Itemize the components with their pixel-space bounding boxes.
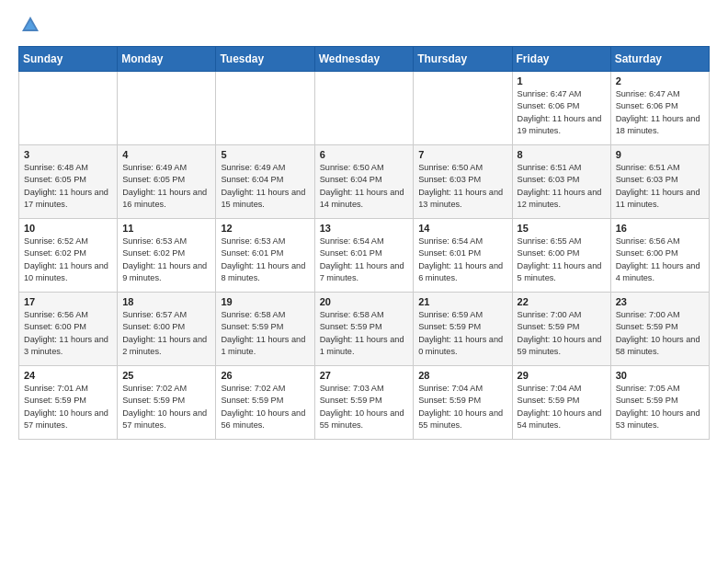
day-cell: 21Sunrise: 6:59 AMSunset: 5:59 PMDayligh… [414,293,512,366]
day-cell [19,72,118,145]
week-row-5: 24Sunrise: 7:01 AMSunset: 5:59 PMDayligh… [19,366,710,440]
day-number: 8 [518,149,606,160]
calendar-body: 1Sunrise: 6:47 AMSunset: 6:06 PMDaylight… [19,72,710,440]
logo-icon [20,15,40,35]
day-info: Sunrise: 6:53 AMSunset: 6:02 PMDaylight:… [122,236,210,284]
day-info: Sunrise: 7:00 AMSunset: 5:59 PMDaylight:… [616,309,704,358]
day-info: Sunrise: 6:55 AMSunset: 6:00 PMDaylight:… [518,236,606,284]
logo [18,15,40,35]
day-cell: 5Sunrise: 6:49 AMSunset: 6:04 PMDaylight… [216,145,314,219]
day-info: Sunrise: 6:50 AMSunset: 6:03 PMDaylight:… [418,162,506,211]
header [18,15,710,35]
day-info: Sunrise: 7:02 AMSunset: 5:59 PMDaylight:… [122,383,210,431]
day-cell: 2Sunrise: 6:47 AMSunset: 6:06 PMDaylight… [610,72,709,145]
day-number: 20 [320,296,409,307]
day-cell [118,72,216,145]
day-number: 15 [518,223,606,234]
day-info: Sunrise: 6:50 AMSunset: 6:04 PMDaylight:… [320,162,409,211]
day-info: Sunrise: 6:54 AMSunset: 6:01 PMDaylight:… [320,236,409,284]
day-info: Sunrise: 6:48 AMSunset: 6:05 PMDaylight:… [24,162,112,211]
day-cell: 9Sunrise: 6:51 AMSunset: 6:03 PMDaylight… [610,145,709,219]
day-info: Sunrise: 6:52 AMSunset: 6:02 PMDaylight:… [24,236,112,284]
weekday-header-sunday: Sunday [19,47,118,72]
day-number: 30 [616,370,704,381]
day-cell: 23Sunrise: 7:00 AMSunset: 5:59 PMDayligh… [610,293,709,366]
day-number: 27 [320,370,409,381]
day-number: 14 [418,223,506,234]
day-number: 10 [24,223,112,234]
day-info: Sunrise: 6:56 AMSunset: 6:00 PMDaylight:… [24,309,112,358]
day-cell: 1Sunrise: 6:47 AMSunset: 6:06 PMDaylight… [512,72,610,145]
day-cell: 20Sunrise: 6:58 AMSunset: 5:59 PMDayligh… [314,293,414,366]
day-cell [314,72,414,145]
day-number: 29 [518,370,606,381]
day-info: Sunrise: 6:58 AMSunset: 5:59 PMDaylight:… [221,309,309,358]
day-number: 26 [221,370,309,381]
day-info: Sunrise: 6:56 AMSunset: 6:00 PMDaylight:… [616,236,704,284]
day-cell: 16Sunrise: 6:56 AMSunset: 6:00 PMDayligh… [610,219,709,293]
day-info: Sunrise: 6:57 AMSunset: 6:00 PMDaylight:… [122,309,210,358]
day-cell [216,72,314,145]
weekday-row: SundayMondayTuesdayWednesdayThursdayFrid… [19,47,710,72]
day-cell [414,72,512,145]
day-info: Sunrise: 6:49 AMSunset: 6:04 PMDaylight:… [221,162,309,211]
weekday-header-tuesday: Tuesday [216,47,314,72]
week-row-2: 3Sunrise: 6:48 AMSunset: 6:05 PMDaylight… [19,145,710,219]
day-number: 7 [418,149,506,160]
day-number: 2 [616,75,704,86]
day-cell: 29Sunrise: 7:04 AMSunset: 5:59 PMDayligh… [512,366,610,440]
day-number: 6 [320,149,409,160]
day-number: 25 [122,370,210,381]
day-info: Sunrise: 7:05 AMSunset: 5:59 PMDaylight:… [616,383,704,431]
page: SundayMondayTuesdayWednesdayThursdayFrid… [0,0,728,454]
weekday-header-thursday: Thursday [414,47,512,72]
day-number: 9 [616,149,704,160]
day-number: 28 [418,370,506,381]
day-number: 12 [221,223,309,234]
day-cell: 19Sunrise: 6:58 AMSunset: 5:59 PMDayligh… [216,293,314,366]
week-row-4: 17Sunrise: 6:56 AMSunset: 6:00 PMDayligh… [19,293,710,366]
day-info: Sunrise: 6:58 AMSunset: 5:59 PMDaylight:… [320,309,409,358]
day-number: 13 [320,223,409,234]
week-row-1: 1Sunrise: 6:47 AMSunset: 6:06 PMDaylight… [19,72,710,145]
day-info: Sunrise: 7:04 AMSunset: 5:59 PMDaylight:… [418,383,506,431]
day-cell: 14Sunrise: 6:54 AMSunset: 6:01 PMDayligh… [414,219,512,293]
day-info: Sunrise: 6:47 AMSunset: 6:06 PMDaylight:… [616,88,704,137]
day-cell: 22Sunrise: 7:00 AMSunset: 5:59 PMDayligh… [512,293,610,366]
calendar-header: SundayMondayTuesdayWednesdayThursdayFrid… [19,47,710,72]
day-cell: 15Sunrise: 6:55 AMSunset: 6:00 PMDayligh… [512,219,610,293]
day-number: 19 [221,296,309,307]
day-cell: 6Sunrise: 6:50 AMSunset: 6:04 PMDaylight… [314,145,414,219]
day-number: 18 [122,296,210,307]
day-number: 21 [418,296,506,307]
week-row-3: 10Sunrise: 6:52 AMSunset: 6:02 PMDayligh… [19,219,710,293]
day-number: 22 [518,296,606,307]
day-number: 16 [616,223,704,234]
day-info: Sunrise: 6:51 AMSunset: 6:03 PMDaylight:… [616,162,704,211]
day-info: Sunrise: 6:53 AMSunset: 6:01 PMDaylight:… [221,236,309,284]
day-number: 4 [122,149,210,160]
day-cell: 30Sunrise: 7:05 AMSunset: 5:59 PMDayligh… [610,366,709,440]
day-cell: 26Sunrise: 7:02 AMSunset: 5:59 PMDayligh… [216,366,314,440]
day-cell: 7Sunrise: 6:50 AMSunset: 6:03 PMDaylight… [414,145,512,219]
day-info: Sunrise: 7:03 AMSunset: 5:59 PMDaylight:… [320,383,409,431]
day-number: 23 [616,296,704,307]
day-number: 1 [518,75,606,86]
day-info: Sunrise: 6:59 AMSunset: 5:59 PMDaylight:… [418,309,506,358]
weekday-header-wednesday: Wednesday [314,47,414,72]
day-info: Sunrise: 7:00 AMSunset: 5:59 PMDaylight:… [518,309,606,358]
day-cell: 17Sunrise: 6:56 AMSunset: 6:00 PMDayligh… [19,293,118,366]
day-info: Sunrise: 7:01 AMSunset: 5:59 PMDaylight:… [24,383,112,431]
day-cell: 18Sunrise: 6:57 AMSunset: 6:00 PMDayligh… [118,293,216,366]
day-number: 3 [24,149,112,160]
day-cell: 25Sunrise: 7:02 AMSunset: 5:59 PMDayligh… [118,366,216,440]
day-number: 11 [122,223,210,234]
day-cell: 28Sunrise: 7:04 AMSunset: 5:59 PMDayligh… [414,366,512,440]
day-cell: 13Sunrise: 6:54 AMSunset: 6:01 PMDayligh… [314,219,414,293]
day-number: 24 [24,370,112,381]
day-number: 5 [221,149,309,160]
day-cell: 8Sunrise: 6:51 AMSunset: 6:03 PMDaylight… [512,145,610,219]
calendar: SundayMondayTuesdayWednesdayThursdayFrid… [18,46,710,440]
weekday-header-saturday: Saturday [610,47,709,72]
day-cell: 10Sunrise: 6:52 AMSunset: 6:02 PMDayligh… [19,219,118,293]
